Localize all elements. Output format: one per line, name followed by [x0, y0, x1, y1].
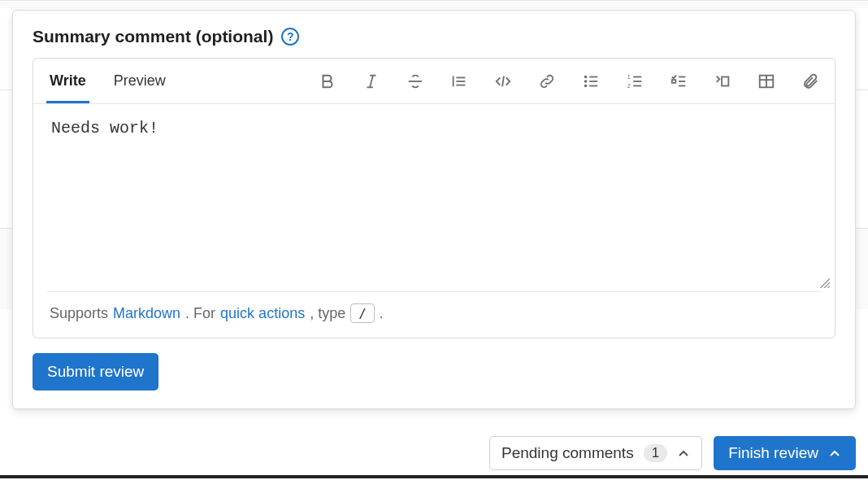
bold-icon[interactable] — [316, 70, 339, 93]
type-label: , type — [310, 305, 345, 322]
for-label: . For — [185, 305, 215, 322]
slash-key-icon: / — [350, 303, 375, 323]
quote-icon[interactable] — [448, 70, 471, 93]
finish-review-button[interactable]: Finish review — [714, 436, 856, 470]
svg-line-2 — [370, 75, 373, 87]
collapse-section-icon[interactable] — [711, 70, 734, 93]
period-label: . — [380, 305, 384, 322]
italic-icon[interactable] — [360, 70, 383, 93]
pending-comments-label: Pending comments — [501, 444, 634, 462]
tab-write[interactable]: Write — [46, 59, 89, 103]
tab-preview[interactable]: Preview — [111, 59, 169, 103]
svg-point-10 — [585, 81, 587, 82]
finish-review-label: Finish review — [728, 444, 818, 462]
chevron-up-icon — [677, 447, 690, 460]
svg-line-8 — [502, 76, 504, 86]
help-icon[interactable]: ? — [281, 28, 299, 46]
pending-count-badge: 1 — [644, 444, 667, 462]
quick-actions-link[interactable]: quick actions — [220, 305, 305, 322]
svg-point-9 — [585, 76, 587, 77]
strike-icon[interactable] — [404, 70, 427, 93]
supports-label: Supports — [50, 305, 108, 322]
resize-handle-icon[interactable] — [33, 277, 835, 288]
svg-text:1: 1 — [627, 73, 631, 81]
markdown-link[interactable]: Markdown — [113, 305, 180, 322]
svg-rect-24 — [722, 76, 728, 85]
bottom-divider — [0, 475, 868, 478]
link-icon[interactable] — [536, 70, 558, 93]
bulleted-list-icon[interactable] — [579, 70, 602, 93]
panel-title: Summary comment (optional) — [33, 27, 273, 46]
svg-text:2: 2 — [627, 82, 631, 89]
task-list-icon[interactable] — [667, 70, 690, 93]
numbered-list-icon[interactable]: 12 — [623, 70, 646, 93]
chevron-up-icon — [828, 447, 841, 460]
attach-file-icon[interactable] — [799, 70, 822, 93]
summary-comment-panel: Summary comment (optional) ? Write Previ… — [12, 10, 856, 409]
comment-editor: Write Preview 12 — [33, 58, 835, 338]
code-icon[interactable] — [492, 70, 514, 93]
editor-toolbar: 12 — [316, 70, 822, 93]
comment-textarea[interactable] — [50, 116, 818, 262]
pending-comments-button[interactable]: Pending comments 1 — [489, 436, 702, 470]
submit-review-button[interactable]: Submit review — [33, 353, 158, 391]
table-icon[interactable] — [755, 70, 778, 93]
editor-footer: Supports Markdown . For quick actions , … — [33, 292, 835, 338]
svg-rect-23 — [672, 80, 676, 83]
svg-point-11 — [585, 85, 587, 86]
